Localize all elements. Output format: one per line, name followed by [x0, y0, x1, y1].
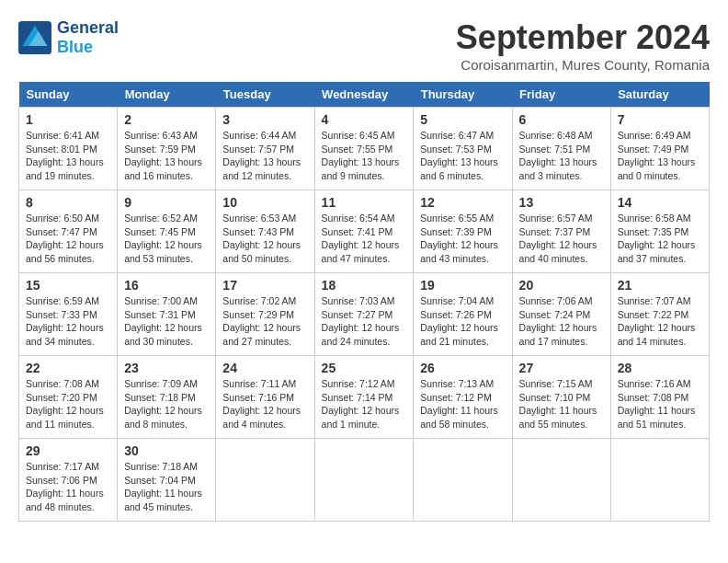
- day-number: 25: [322, 361, 407, 375]
- day-info: Sunrise: 7:09 AMSunset: 7:18 PMDaylight:…: [124, 377, 209, 431]
- day-cell-30: 30Sunrise: 7:18 AMSunset: 7:04 PMDayligh…: [118, 439, 216, 522]
- day-cell-28: 28Sunrise: 7:16 AMSunset: 7:08 PMDayligh…: [610, 356, 709, 439]
- day-number: 20: [519, 278, 604, 293]
- day-info: Sunrise: 7:18 AMSunset: 7:04 PMDaylight:…: [124, 460, 209, 514]
- calendar-table: SundayMondayTuesdayWednesdayThursdayFrid…: [18, 82, 710, 522]
- day-number: 27: [519, 361, 604, 375]
- day-cell-12: 12Sunrise: 6:55 AMSunset: 7:39 PMDayligh…: [414, 190, 512, 273]
- day-info: Sunrise: 7:15 AMSunset: 7:10 PMDaylight:…: [519, 377, 604, 431]
- week-row-4: 22Sunrise: 7:08 AMSunset: 7:20 PMDayligh…: [19, 356, 710, 439]
- day-info: Sunrise: 6:43 AMSunset: 7:59 PMDaylight:…: [124, 129, 209, 183]
- day-cell-17: 17Sunrise: 7:02 AMSunset: 7:29 PMDayligh…: [216, 273, 314, 356]
- empty-cell: [216, 439, 314, 522]
- day-cell-19: 19Sunrise: 7:04 AMSunset: 7:26 PMDayligh…: [414, 273, 512, 356]
- day-cell-4: 4Sunrise: 6:45 AMSunset: 7:55 PMDaylight…: [314, 108, 414, 190]
- day-cell-9: 9Sunrise: 6:52 AMSunset: 7:45 PMDaylight…: [118, 190, 216, 273]
- day-number: 9: [124, 195, 209, 210]
- day-cell-23: 23Sunrise: 7:09 AMSunset: 7:18 PMDayligh…: [118, 356, 216, 439]
- day-info: Sunrise: 7:08 AMSunset: 7:20 PMDaylight:…: [26, 377, 110, 431]
- day-info: Sunrise: 6:45 AMSunset: 7:55 PMDaylight:…: [322, 129, 407, 183]
- day-number: 29: [26, 443, 110, 458]
- day-info: Sunrise: 6:47 AMSunset: 7:53 PMDaylight:…: [420, 129, 505, 183]
- day-number: 12: [420, 195, 505, 210]
- day-number: 1: [26, 112, 110, 127]
- day-info: Sunrise: 6:44 AMSunset: 7:57 PMDaylight:…: [222, 129, 307, 183]
- day-info: Sunrise: 7:11 AMSunset: 7:16 PMDaylight:…: [222, 377, 307, 431]
- day-cell-26: 26Sunrise: 7:13 AMSunset: 7:12 PMDayligh…: [414, 356, 512, 439]
- day-info: Sunrise: 6:49 AMSunset: 7:49 PMDaylight:…: [618, 129, 702, 183]
- day-cell-13: 13Sunrise: 6:57 AMSunset: 7:37 PMDayligh…: [512, 190, 610, 273]
- day-info: Sunrise: 6:58 AMSunset: 7:35 PMDaylight:…: [618, 212, 702, 266]
- week-row-1: 1Sunrise: 6:41 AMSunset: 8:01 PMDaylight…: [19, 108, 710, 190]
- week-row-5: 29Sunrise: 7:17 AMSunset: 7:06 PMDayligh…: [19, 439, 710, 522]
- day-cell-2: 2Sunrise: 6:43 AMSunset: 7:59 PMDaylight…: [118, 108, 216, 190]
- day-number: 13: [519, 195, 604, 210]
- day-number: 17: [222, 278, 307, 293]
- day-cell-1: 1Sunrise: 6:41 AMSunset: 8:01 PMDaylight…: [19, 108, 118, 190]
- day-header-thursday: Thursday: [414, 82, 512, 108]
- empty-cell: [414, 439, 512, 522]
- day-header-wednesday: Wednesday: [314, 82, 414, 108]
- day-cell-10: 10Sunrise: 6:53 AMSunset: 7:43 PMDayligh…: [216, 190, 314, 273]
- day-cell-6: 6Sunrise: 6:48 AMSunset: 7:51 PMDaylight…: [512, 108, 610, 190]
- month-title: September 2024: [456, 18, 710, 57]
- day-number: 4: [322, 112, 407, 127]
- day-info: Sunrise: 6:59 AMSunset: 7:33 PMDaylight:…: [26, 294, 110, 349]
- day-info: Sunrise: 7:12 AMSunset: 7:14 PMDaylight:…: [322, 377, 407, 431]
- day-info: Sunrise: 7:16 AMSunset: 7:08 PMDaylight:…: [618, 377, 702, 431]
- day-cell-11: 11Sunrise: 6:54 AMSunset: 7:41 PMDayligh…: [314, 190, 414, 273]
- day-info: Sunrise: 6:52 AMSunset: 7:45 PMDaylight:…: [124, 212, 209, 266]
- day-info: Sunrise: 7:04 AMSunset: 7:26 PMDaylight:…: [420, 294, 505, 349]
- day-number: 22: [26, 361, 110, 375]
- logo-text: General Blue: [57, 18, 119, 57]
- empty-cell: [512, 439, 610, 522]
- day-info: Sunrise: 7:17 AMSunset: 7:06 PMDaylight:…: [26, 460, 110, 514]
- day-number: 3: [222, 112, 307, 127]
- day-cell-8: 8Sunrise: 6:50 AMSunset: 7:47 PMDaylight…: [19, 190, 118, 273]
- day-cell-7: 7Sunrise: 6:49 AMSunset: 7:49 PMDaylight…: [610, 108, 709, 190]
- day-number: 30: [124, 443, 209, 458]
- empty-cell: [610, 439, 709, 522]
- logo-icon: [18, 21, 51, 54]
- day-number: 14: [618, 195, 702, 210]
- days-header-row: SundayMondayTuesdayWednesdayThursdayFrid…: [19, 82, 710, 108]
- day-cell-18: 18Sunrise: 7:03 AMSunset: 7:27 PMDayligh…: [314, 273, 414, 356]
- day-header-tuesday: Tuesday: [216, 82, 314, 108]
- empty-cell: [314, 439, 414, 522]
- day-number: 28: [618, 361, 702, 375]
- day-number: 24: [222, 361, 307, 375]
- day-number: 15: [26, 278, 110, 293]
- day-cell-25: 25Sunrise: 7:12 AMSunset: 7:14 PMDayligh…: [314, 356, 414, 439]
- day-info: Sunrise: 6:54 AMSunset: 7:41 PMDaylight:…: [322, 212, 407, 266]
- day-header-sunday: Sunday: [19, 82, 118, 108]
- day-number: 18: [322, 278, 407, 293]
- day-info: Sunrise: 6:41 AMSunset: 8:01 PMDaylight:…: [26, 129, 110, 183]
- day-number: 23: [124, 361, 209, 375]
- day-cell-27: 27Sunrise: 7:15 AMSunset: 7:10 PMDayligh…: [512, 356, 610, 439]
- day-number: 26: [420, 361, 505, 375]
- week-row-2: 8Sunrise: 6:50 AMSunset: 7:47 PMDaylight…: [19, 190, 710, 273]
- day-number: 16: [124, 278, 209, 293]
- logo: General Blue: [18, 18, 119, 57]
- day-cell-20: 20Sunrise: 7:06 AMSunset: 7:24 PMDayligh…: [512, 273, 610, 356]
- day-info: Sunrise: 7:07 AMSunset: 7:22 PMDaylight:…: [618, 294, 702, 349]
- day-cell-15: 15Sunrise: 6:59 AMSunset: 7:33 PMDayligh…: [19, 273, 118, 356]
- day-number: 6: [519, 112, 604, 127]
- day-header-saturday: Saturday: [610, 82, 709, 108]
- title-block: September 2024 Coroisanmartin, Mures Cou…: [456, 18, 710, 73]
- day-info: Sunrise: 7:00 AMSunset: 7:31 PMDaylight:…: [124, 294, 209, 349]
- day-header-friday: Friday: [512, 82, 610, 108]
- page-header: General Blue September 2024 Coroisanmart…: [18, 18, 710, 73]
- day-header-monday: Monday: [118, 82, 216, 108]
- day-info: Sunrise: 7:13 AMSunset: 7:12 PMDaylight:…: [420, 377, 505, 431]
- day-cell-5: 5Sunrise: 6:47 AMSunset: 7:53 PMDaylight…: [414, 108, 512, 190]
- day-number: 19: [420, 278, 505, 293]
- day-number: 5: [420, 112, 505, 127]
- day-number: 2: [124, 112, 209, 127]
- day-number: 11: [322, 195, 407, 210]
- day-info: Sunrise: 7:03 AMSunset: 7:27 PMDaylight:…: [322, 294, 407, 349]
- day-info: Sunrise: 6:48 AMSunset: 7:51 PMDaylight:…: [519, 129, 604, 183]
- day-info: Sunrise: 6:55 AMSunset: 7:39 PMDaylight:…: [420, 212, 505, 266]
- day-number: 7: [618, 112, 702, 127]
- day-cell-14: 14Sunrise: 6:58 AMSunset: 7:35 PMDayligh…: [610, 190, 709, 273]
